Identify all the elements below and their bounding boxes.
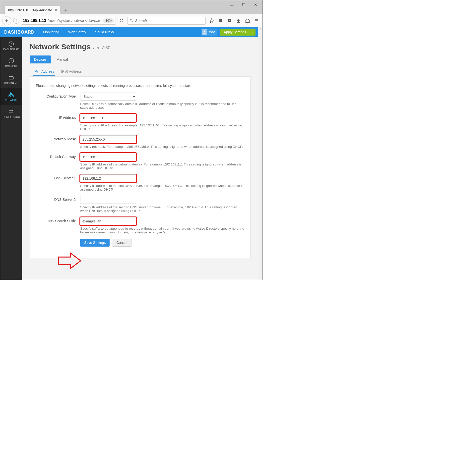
star-icon <box>209 18 214 23</box>
nav-monitoring[interactable]: Monitoring <box>39 27 64 37</box>
help-suffix: Specify suffix to be appended to records… <box>80 227 244 234</box>
tab-ipv4[interactable]: IPv4 Address <box>33 67 55 76</box>
sidebar: DASHBOARD TIMEZONE HOSTNAME NETWORK <box>0 37 22 280</box>
help-dns1: Specify IP address of the first DNS serv… <box>80 184 244 191</box>
label-suffix: DNS Search Suffix <box>33 217 80 223</box>
tab-manual[interactable]: Manual <box>52 55 72 63</box>
svg-rect-9 <box>12 96 14 97</box>
sidebar-item-network[interactable]: NETWORK <box>0 88 22 105</box>
arrow-left-icon <box>4 18 9 23</box>
close-tab-icon[interactable]: ✕ <box>55 8 58 12</box>
sync-icon <box>8 108 14 115</box>
back-button[interactable] <box>2 16 11 25</box>
dns1-input[interactable] <box>80 174 136 182</box>
svg-rect-1 <box>219 19 222 22</box>
svg-rect-8 <box>9 96 10 97</box>
clock-icon <box>8 57 14 64</box>
label-config-type: Configuration Type <box>33 93 80 98</box>
user-name: root <box>209 30 215 34</box>
window-minimize-button[interactable]: — <box>228 2 235 8</box>
annotation-arrow-icon <box>57 252 82 269</box>
reload-icon <box>119 18 124 23</box>
gateway-input[interactable] <box>80 153 136 161</box>
url-path: /node/system/network/device/ <box>48 18 100 23</box>
apply-settings-group: Apply Settings ▾ <box>220 29 256 36</box>
search-input[interactable] <box>135 18 203 23</box>
address-bar[interactable]: 192.168.1.12/node/system/network/device/… <box>21 17 116 25</box>
menu-button[interactable] <box>254 18 259 24</box>
main-content: Network Settings / ens160 Devices Manual… <box>22 37 258 280</box>
help-dns2: Specify IP address of the second DNS ser… <box>80 205 244 213</box>
gauge-icon <box>8 41 14 47</box>
pocket-icon <box>227 18 232 23</box>
nav-squidproxy[interactable]: Squid Proxy <box>91 27 118 37</box>
dns2-input[interactable] <box>80 196 136 204</box>
clipboard-icon <box>218 18 223 23</box>
page-title-text: Network Settings <box>30 43 91 51</box>
download-icon <box>236 18 241 23</box>
scrollbar[interactable]: ∧ <box>258 27 262 280</box>
user-chip[interactable]: root <box>201 29 217 36</box>
search-bar[interactable] <box>127 17 206 25</box>
sidebar-item-dashboard[interactable]: DASHBOARD <box>0 37 22 54</box>
app-brand[interactable]: DASHBOARD <box>0 30 39 35</box>
hamburger-icon <box>254 18 259 23</box>
help-gw: Specify IP address of the default gatewa… <box>80 162 244 170</box>
site-info-icon[interactable]: i <box>13 18 19 24</box>
app-header: DASHBOARD Monitoring Web Safety Squid Pr… <box>0 27 258 37</box>
new-tab-button[interactable]: ＋ <box>62 6 69 13</box>
sidebar-item-label: TIMEZONE <box>5 65 18 68</box>
sidebar-item-configsync[interactable]: CONFIG SYNC <box>0 105 22 122</box>
sidebar-item-label: CONFIG SYNC <box>2 116 20 118</box>
downloads-button[interactable] <box>236 18 242 24</box>
suffix-input[interactable] <box>80 217 136 225</box>
browser-tab[interactable]: http://192.168..../1/ipv4/update ✕ <box>5 6 60 14</box>
help-mask: Specify netmask. For example, 255.255.25… <box>80 145 244 149</box>
search-icon <box>129 19 133 23</box>
tab-devices[interactable]: Devices <box>30 55 51 63</box>
settings-panel: Please note, changing network settings a… <box>30 76 251 259</box>
window-titlebar: http://192.168..../1/ipv4/update ✕ ＋ — ☐… <box>0 0 262 14</box>
cancel-button[interactable]: Cancel <box>112 239 131 247</box>
home-icon <box>245 18 250 23</box>
zoom-level[interactable]: 80% <box>103 18 114 23</box>
clipboard-button[interactable] <box>218 18 224 24</box>
disk-icon <box>8 74 14 81</box>
reload-button[interactable] <box>118 17 125 24</box>
label-ip: IP Address <box>33 114 80 120</box>
panel-note: Please note, changing network settings a… <box>36 84 244 88</box>
scroll-up-icon[interactable]: ∧ <box>259 27 261 31</box>
svg-rect-7 <box>10 92 12 93</box>
browser-tab-title: http://192.168..../1/ipv4/update <box>8 8 52 12</box>
apply-settings-button[interactable]: Apply Settings <box>220 29 250 36</box>
svg-point-3 <box>204 31 205 32</box>
tab-ipv6[interactable]: IPv6 Address <box>61 67 82 76</box>
ip-input[interactable] <box>80 114 136 122</box>
nav-websafety[interactable]: Web Safety <box>64 27 91 37</box>
mask-input[interactable] <box>80 135 136 143</box>
pocket-button[interactable] <box>227 18 233 24</box>
label-gw: Default Gateway <box>33 153 80 159</box>
help-config-type: Select DHCP to automatically obtain IP a… <box>80 102 244 109</box>
config-type-select[interactable]: Static <box>80 93 136 101</box>
network-icon <box>8 91 14 98</box>
line-tabs: IPv4 Address IPv6 Address <box>30 67 251 76</box>
window-maximize-button[interactable]: ☐ <box>240 2 247 8</box>
sidebar-item-label: NETWORK <box>5 99 17 102</box>
save-button[interactable]: Save Settings <box>80 239 110 247</box>
label-dns2: DNS Server 2 <box>33 196 80 202</box>
avatar-icon <box>202 29 207 35</box>
label-mask: Network Mask <box>33 135 80 141</box>
sidebar-item-label: HOSTNAME <box>4 82 18 85</box>
url-domain: 192.168.1.12 <box>23 18 46 23</box>
pill-tabs: Devices Manual <box>30 55 251 63</box>
home-button[interactable] <box>245 18 251 24</box>
bookmark-button[interactable] <box>209 18 215 24</box>
apply-settings-dropdown[interactable]: ▾ <box>250 29 256 36</box>
sidebar-item-hostname[interactable]: HOSTNAME <box>0 71 22 88</box>
label-dns1: DNS Server 1 <box>33 174 80 180</box>
sidebar-item-timezone[interactable]: TIMEZONE <box>0 54 22 71</box>
window-close-button[interactable]: ✕ <box>252 2 259 8</box>
svg-rect-2 <box>220 18 221 19</box>
svg-point-0 <box>130 19 132 21</box>
